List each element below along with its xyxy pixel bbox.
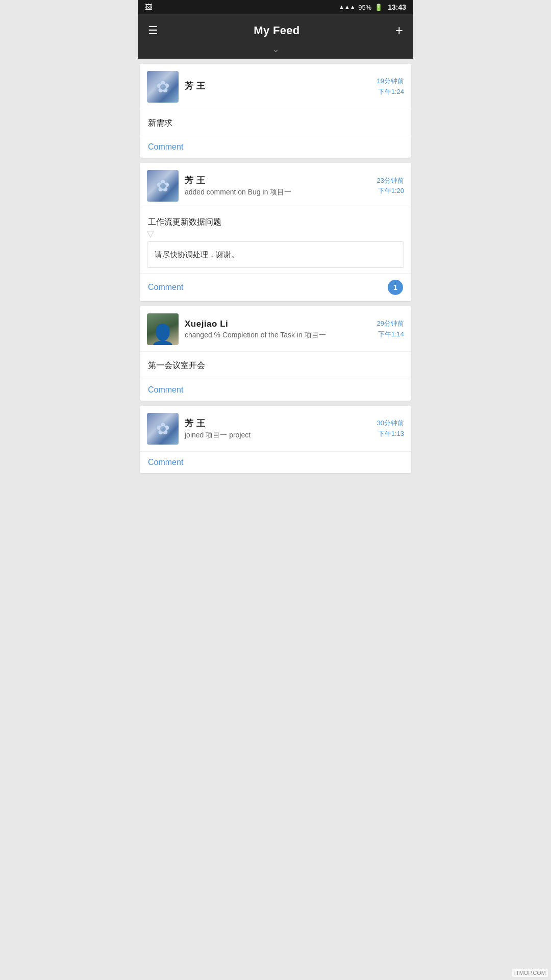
menu-button[interactable]: ☰ — [148, 25, 158, 36]
time-relative-4: 30分钟前 — [377, 419, 404, 427]
feed-list: 芳 王 19分钟前 下午1:24 新需求 Comment 芳 王 added c… — [138, 59, 413, 478]
header-info-2: 芳 王 added comment on Bug in 项目一 — [185, 175, 371, 197]
time-relative-1: 19分钟前 — [377, 77, 404, 85]
add-button[interactable]: + — [395, 22, 403, 38]
user-name-2: 芳 王 — [185, 175, 371, 186]
card-footer-3: Comment — [140, 379, 411, 401]
time-absolute-4: 下午1:13 — [378, 430, 404, 437]
user-name-4: 芳 王 — [185, 418, 371, 429]
card-body-1: 新需求 — [140, 109, 411, 136]
time-absolute-3: 下午1:14 — [378, 330, 404, 338]
header-time-4: 30分钟前 下午1:13 — [377, 418, 404, 439]
header-time-3: 29分钟前 下午1:14 — [377, 318, 404, 340]
card-header-3: Xuejiao Li changed % Completion of the T… — [140, 306, 411, 352]
battery-percent: 95% — [358, 4, 371, 11]
battery-icon: 🔋 — [374, 4, 383, 11]
comment-count-badge-2[interactable]: 1 — [388, 280, 403, 295]
avatar-fang-wang-3[interactable] — [147, 413, 179, 445]
feed-card-1: 芳 王 19分钟前 下午1:24 新需求 Comment — [140, 64, 411, 158]
header-info-1: 芳 王 — [185, 80, 371, 93]
header-info-3: Xuejiao Li changed % Completion of the T… — [185, 319, 371, 340]
user-action-4: joined 项目一 project — [185, 431, 371, 440]
comment-button-2[interactable]: Comment — [148, 283, 183, 292]
avatar-fang-wang-1[interactable] — [147, 71, 179, 103]
image-indicator-icon: 🖼 — [145, 3, 152, 11]
avatar-xuejiao-li[interactable] — [147, 313, 179, 345]
avatar-fang-wang-2[interactable] — [147, 170, 179, 202]
comment-quote-2: 请尽快协调处理，谢谢。 — [147, 241, 404, 268]
quote-arrow-2: ▽ — [147, 228, 404, 239]
status-bar: 🖼 ▲▲▲ 95% 🔋 13:43 — [138, 0, 413, 14]
comment-button-1[interactable]: Comment — [148, 142, 183, 152]
user-action-2: added comment on Bug in 项目一 — [185, 188, 371, 197]
chevron-down-icon: ⌄ — [272, 43, 280, 55]
card-header-2: 芳 王 added comment on Bug in 项目一 23分钟前 下午… — [140, 163, 411, 208]
comment-button-3[interactable]: Comment — [148, 385, 183, 395]
feed-card-3: Xuejiao Li changed % Completion of the T… — [140, 306, 411, 400]
header-time-1: 19分钟前 下午1:24 — [377, 76, 404, 97]
user-name-3: Xuejiao Li — [185, 319, 371, 329]
clock: 13:43 — [388, 3, 406, 11]
page-title: My Feed — [254, 24, 299, 37]
card-header-1: 芳 王 19分钟前 下午1:24 — [140, 64, 411, 109]
time-absolute-2: 下午1:20 — [378, 187, 404, 194]
header-info-4: 芳 王 joined 项目一 project — [185, 418, 371, 440]
time-absolute-1: 下午1:24 — [378, 88, 404, 95]
header-time-2: 23分钟前 下午1:20 — [377, 176, 404, 197]
top-navigation: ☰ My Feed + — [138, 14, 413, 43]
feed-card-2: 芳 王 added comment on Bug in 项目一 23分钟前 下午… — [140, 163, 411, 301]
feed-card-4: 芳 王 joined 项目一 project 30分钟前 下午1:13 Comm… — [140, 406, 411, 473]
quote-text-2: 请尽快协调处理，谢谢。 — [155, 249, 396, 261]
user-name-1: 芳 王 — [185, 80, 371, 92]
card-header-4: 芳 王 joined 项目一 project 30分钟前 下午1:13 — [140, 406, 411, 451]
signal-icon: ▲▲▲ — [339, 4, 356, 11]
card-body-3: 第一会议室开会 — [140, 352, 411, 379]
card-footer-1: Comment — [140, 136, 411, 158]
item-title-1: 新需求 — [148, 117, 403, 129]
feed-switcher-chevron[interactable]: ⌄ — [138, 43, 413, 59]
card-footer-4: Comment — [140, 451, 411, 473]
user-action-3: changed % Completion of the Task in 项目一 — [185, 331, 371, 340]
card-body-2: 工作流更新数据问题 — [140, 208, 411, 228]
time-relative-2: 23分钟前 — [377, 177, 404, 184]
item-title-3: 第一会议室开会 — [148, 360, 403, 371]
comment-button-4[interactable]: Comment — [148, 458, 183, 467]
item-title-2: 工作流更新数据问题 — [148, 216, 403, 228]
card-footer-2: Comment 1 — [140, 273, 411, 301]
time-relative-3: 29分钟前 — [377, 320, 404, 327]
